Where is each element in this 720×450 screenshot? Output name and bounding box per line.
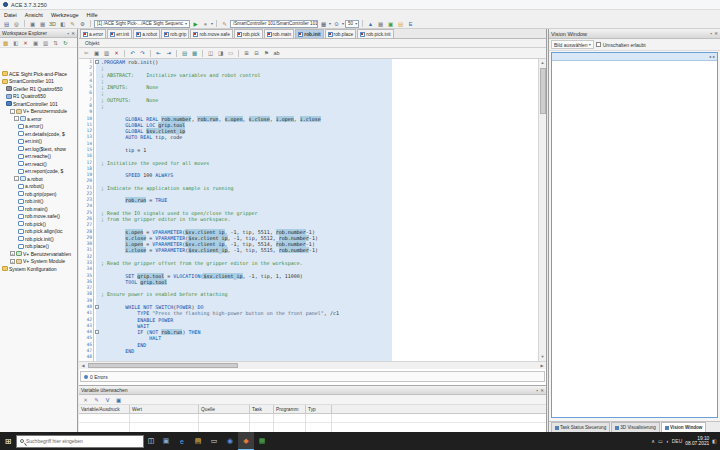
calculator-icon[interactable]: ▦ [376, 19, 385, 28]
power-button[interactable]: ⊙ [332, 19, 341, 28]
collapse-all-icon[interactable]: ⊟ [252, 49, 261, 58]
taskbar-app-ace-icon[interactable]: ◆ [238, 432, 254, 450]
cut-icon[interactable]: ✂ [82, 49, 91, 58]
fold-collapse-icon[interactable]: - [95, 60, 99, 64]
tree-item-rob.pick-[interactable]: rob.pick() [0, 220, 77, 228]
delete-icon[interactable]: ✕ [112, 49, 121, 58]
editor-tab-rob.pick[interactable]: rob.pick [234, 29, 263, 38]
expand-icon[interactable]: + [10, 251, 15, 256]
fold-collapse-icon[interactable]: - [95, 330, 99, 334]
tree-item-SmartController-101[interactable]: SmartController 101 [0, 100, 77, 108]
stop-button[interactable]: ● [201, 19, 210, 28]
tree-item-V+-System-Module[interactable]: +V+ System Module [0, 258, 77, 266]
vertical-scrollbar[interactable]: ▲ ▼ [538, 59, 546, 361]
keyboard-language[interactable]: DEU [672, 438, 683, 444]
editor-tab-rob.init[interactable]: rob.init [295, 29, 323, 38]
tree-item-err.log-text-show[interactable]: err.log($text, show [0, 145, 77, 153]
editor-tab-rob.main[interactable]: rob.main [264, 29, 295, 38]
object-bar[interactable]: Objekt [79, 39, 546, 48]
close-icon[interactable]: ✕ [71, 31, 75, 36]
watch-window-icon[interactable]: ◫ [206, 49, 215, 58]
fold-collapse-icon[interactable]: - [95, 305, 99, 309]
editor-tab-rob.place[interactable]: rob.place [325, 29, 357, 38]
grid-view-button[interactable]: ▦ [319, 19, 328, 28]
editor-tab-a.error[interactable]: a.error [80, 29, 106, 38]
tree-item-rob.grip-open-[interactable]: rob.grip(open) [0, 190, 77, 198]
vision-display-area[interactable]: ◂ ▸ [551, 52, 718, 418]
dock-tab-task-status-steuerung[interactable]: Task Status Steuerung [551, 422, 610, 432]
folder-icon[interactable]: ▤ [396, 19, 405, 28]
search-binoculars-icon[interactable]: ◎ [12, 19, 21, 28]
action-center-icon[interactable]: ◧ [712, 438, 717, 444]
tray-network-icon[interactable]: ▭ [658, 438, 663, 444]
menu-hilfe[interactable]: Hilfe [83, 12, 102, 18]
menu-datei[interactable]: Datei [0, 12, 21, 18]
tree-item-err.react-[interactable]: err.react() [0, 160, 77, 168]
expand-all-icon[interactable]: ⊞ [242, 49, 251, 58]
edit-controller-icon[interactable]: ✎ [220, 19, 229, 28]
scroll-down-icon[interactable]: ▼ [539, 353, 546, 361]
clear-icon[interactable]: ✎ [92, 395, 101, 404]
scroll-right-icon[interactable]: ▶ [538, 362, 546, 370]
monitor-window-icon[interactable]: ◨ [216, 49, 225, 58]
collapse-icon[interactable]: - [14, 116, 19, 121]
watch-column-programm[interactable]: Programm [274, 405, 306, 413]
close-icon[interactable]: ✕ [540, 388, 544, 393]
tree-item-rob.init-[interactable]: rob.init() [0, 198, 77, 206]
editor-tab-rob.pick.init[interactable]: rob.pick.init [357, 29, 393, 38]
ab-icon[interactable]: ab [272, 49, 281, 58]
tree-item-a.robot-[interactable]: a.robot() [0, 183, 77, 191]
prev-image-icon[interactable]: ◂ [709, 54, 711, 59]
taskbar-search-input[interactable]: Suchbegriff hier eingeben [16, 435, 144, 448]
scroll-up-icon[interactable]: ▲ [539, 59, 546, 67]
paste-icon[interactable]: ▥ [102, 49, 111, 58]
task-program-combo[interactable]: [1] /ACE Sight Pick-.../ACE Sight Sequen… [94, 20, 190, 28]
close-icon[interactable]: ✕ [714, 31, 718, 36]
run-button[interactable]: ▶ [191, 19, 200, 28]
delete-icon[interactable]: ✕ [81, 395, 90, 404]
undo-icon[interactable]: ↶ [128, 49, 137, 58]
pin-icon[interactable]: ▪ [711, 31, 713, 36]
taskbar-app-edge-icon[interactable]: e [174, 432, 190, 450]
tree-item-a.error-[interactable]: a.error() [0, 123, 77, 131]
tree-item-err.init-[interactable]: err.init() [0, 138, 77, 146]
run-options-chevron-icon[interactable]: ▾ [211, 21, 213, 26]
tray-chevron-icon[interactable]: ∧ [651, 438, 655, 444]
save-icon[interactable]: ▤ [2, 19, 11, 28]
editor-tab-a.robot[interactable]: a.robot [133, 29, 160, 38]
open-icon[interactable]: ◧ [11, 38, 20, 47]
task-window-icon[interactable]: ▭ [226, 49, 235, 58]
tree-item-R1-Quattro650[interactable]: R1 Quattro650 [0, 93, 77, 101]
delete-icon[interactable]: ✕ [21, 38, 30, 47]
tree-item-V+-Benutzermodule[interactable]: -V+ Benutzermodule [0, 108, 77, 116]
3d-view-icon[interactable]: 3D [48, 19, 57, 28]
editor-tab-rob.move.safe[interactable]: rob.move.safe [190, 29, 232, 38]
refresh-icon[interactable]: ↻ [61, 38, 70, 47]
chevron-down-icon[interactable]: ▾ [342, 21, 344, 26]
next-image-icon[interactable]: ▸ [713, 54, 715, 59]
tree-item-rob.pick.align-loc[interactable]: rob.pick.align(loc [0, 228, 77, 236]
tree-item-a.error[interactable]: -a.error [0, 115, 77, 123]
tree-item-rob.main-[interactable]: rob.main() [0, 205, 77, 213]
new-item-icon[interactable]: ▩ [1, 38, 10, 47]
outdent-icon[interactable]: ⇤ [154, 49, 163, 58]
task-view-button[interactable]: ◫ [144, 432, 158, 450]
watch-column-quelle[interactable]: Quelle [199, 405, 250, 413]
flag-icon[interactable]: ⚑ [262, 49, 271, 58]
tree-item-System-Konfiguration[interactable]: System Konfiguration [0, 265, 77, 273]
tree-item-Greifer-R1-Quattro650[interactable]: Greifer R1 Quattro650 [0, 85, 77, 93]
watch-column-typ[interactable]: Typ [306, 405, 332, 413]
sort-icon[interactable]: ⇅ [51, 38, 60, 47]
robot-icon[interactable]: ▲ [366, 19, 375, 28]
collapse-icon[interactable]: - [10, 109, 15, 114]
menu-werkzeuge[interactable]: Werkzeuge [47, 12, 83, 18]
dock-tab-vision-window[interactable]: Vision Window [661, 422, 707, 432]
tree-item-err.reache-[interactable]: err.reache() [0, 153, 77, 161]
tree-item-rob.pick.init-[interactable]: rob.pick.init() [0, 235, 77, 243]
collapse-icon[interactable]: - [14, 176, 19, 181]
comment-icon[interactable]: ▤ [180, 49, 189, 58]
monitor-icon[interactable]: ▣ [114, 395, 123, 404]
tree-item-V+-Benutzervariablen[interactable]: +V+ Benutzervariablen [0, 250, 77, 258]
watch-column-variable-ausdruck[interactable]: Variable/Ausdruck [79, 405, 130, 413]
workspace-tree[interactable]: ACE Sight Pick-and-PlaceSmartController … [0, 48, 77, 273]
